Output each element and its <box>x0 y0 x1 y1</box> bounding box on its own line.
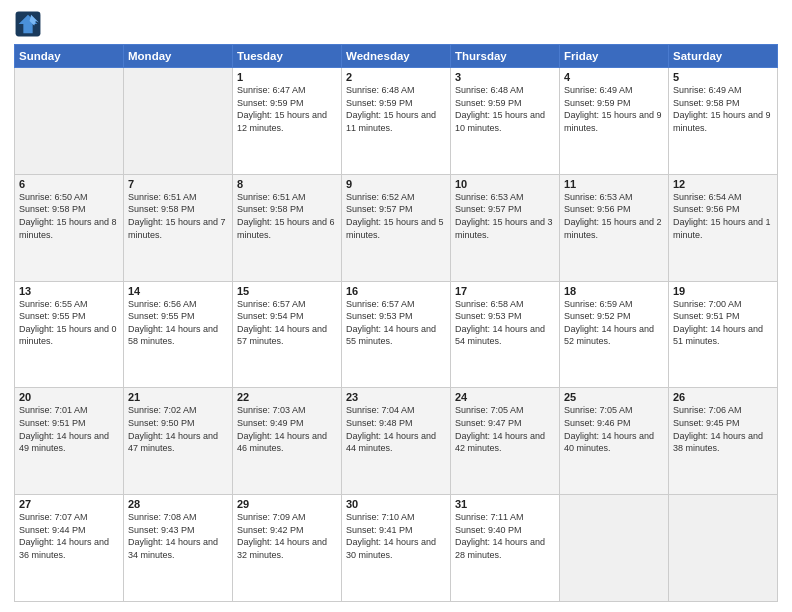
calendar-cell: 20Sunrise: 7:01 AM Sunset: 9:51 PM Dayli… <box>15 388 124 495</box>
calendar-cell: 29Sunrise: 7:09 AM Sunset: 9:42 PM Dayli… <box>233 495 342 602</box>
day-info: Sunrise: 6:53 AM Sunset: 9:56 PM Dayligh… <box>564 191 664 241</box>
calendar-header-row: SundayMondayTuesdayWednesdayThursdayFrid… <box>15 45 778 68</box>
day-number: 3 <box>455 71 555 83</box>
calendar-header-sunday: Sunday <box>15 45 124 68</box>
day-number: 15 <box>237 285 337 297</box>
day-info: Sunrise: 6:49 AM Sunset: 9:58 PM Dayligh… <box>673 84 773 134</box>
calendar-week-2: 6Sunrise: 6:50 AM Sunset: 9:58 PM Daylig… <box>15 174 778 281</box>
calendar-cell: 19Sunrise: 7:00 AM Sunset: 9:51 PM Dayli… <box>669 281 778 388</box>
calendar-cell: 18Sunrise: 6:59 AM Sunset: 9:52 PM Dayli… <box>560 281 669 388</box>
day-info: Sunrise: 6:59 AM Sunset: 9:52 PM Dayligh… <box>564 298 664 348</box>
calendar-cell: 9Sunrise: 6:52 AM Sunset: 9:57 PM Daylig… <box>342 174 451 281</box>
day-number: 27 <box>19 498 119 510</box>
day-number: 21 <box>128 391 228 403</box>
day-info: Sunrise: 6:57 AM Sunset: 9:53 PM Dayligh… <box>346 298 446 348</box>
day-info: Sunrise: 7:06 AM Sunset: 9:45 PM Dayligh… <box>673 404 773 454</box>
calendar-cell: 21Sunrise: 7:02 AM Sunset: 9:50 PM Dayli… <box>124 388 233 495</box>
logo <box>14 10 46 38</box>
logo-icon <box>14 10 42 38</box>
day-number: 8 <box>237 178 337 190</box>
day-info: Sunrise: 6:48 AM Sunset: 9:59 PM Dayligh… <box>346 84 446 134</box>
calendar-cell: 15Sunrise: 6:57 AM Sunset: 9:54 PM Dayli… <box>233 281 342 388</box>
calendar-cell <box>15 68 124 175</box>
day-info: Sunrise: 6:50 AM Sunset: 9:58 PM Dayligh… <box>19 191 119 241</box>
header <box>14 10 778 38</box>
calendar-cell: 11Sunrise: 6:53 AM Sunset: 9:56 PM Dayli… <box>560 174 669 281</box>
day-info: Sunrise: 6:58 AM Sunset: 9:53 PM Dayligh… <box>455 298 555 348</box>
day-info: Sunrise: 6:51 AM Sunset: 9:58 PM Dayligh… <box>237 191 337 241</box>
day-number: 10 <box>455 178 555 190</box>
day-number: 1 <box>237 71 337 83</box>
calendar-cell: 1Sunrise: 6:47 AM Sunset: 9:59 PM Daylig… <box>233 68 342 175</box>
calendar-cell: 7Sunrise: 6:51 AM Sunset: 9:58 PM Daylig… <box>124 174 233 281</box>
day-info: Sunrise: 7:10 AM Sunset: 9:41 PM Dayligh… <box>346 511 446 561</box>
calendar-cell: 4Sunrise: 6:49 AM Sunset: 9:59 PM Daylig… <box>560 68 669 175</box>
day-number: 30 <box>346 498 446 510</box>
calendar-cell: 26Sunrise: 7:06 AM Sunset: 9:45 PM Dayli… <box>669 388 778 495</box>
calendar-week-1: 1Sunrise: 6:47 AM Sunset: 9:59 PM Daylig… <box>15 68 778 175</box>
calendar-cell: 6Sunrise: 6:50 AM Sunset: 9:58 PM Daylig… <box>15 174 124 281</box>
day-info: Sunrise: 7:08 AM Sunset: 9:43 PM Dayligh… <box>128 511 228 561</box>
day-info: Sunrise: 7:02 AM Sunset: 9:50 PM Dayligh… <box>128 404 228 454</box>
day-info: Sunrise: 7:05 AM Sunset: 9:47 PM Dayligh… <box>455 404 555 454</box>
calendar-cell: 3Sunrise: 6:48 AM Sunset: 9:59 PM Daylig… <box>451 68 560 175</box>
calendar-cell: 23Sunrise: 7:04 AM Sunset: 9:48 PM Dayli… <box>342 388 451 495</box>
calendar-cell <box>560 495 669 602</box>
day-info: Sunrise: 7:00 AM Sunset: 9:51 PM Dayligh… <box>673 298 773 348</box>
calendar-header-wednesday: Wednesday <box>342 45 451 68</box>
day-info: Sunrise: 6:48 AM Sunset: 9:59 PM Dayligh… <box>455 84 555 134</box>
day-number: 23 <box>346 391 446 403</box>
calendar-cell: 22Sunrise: 7:03 AM Sunset: 9:49 PM Dayli… <box>233 388 342 495</box>
calendar-week-4: 20Sunrise: 7:01 AM Sunset: 9:51 PM Dayli… <box>15 388 778 495</box>
calendar-header-monday: Monday <box>124 45 233 68</box>
day-info: Sunrise: 6:52 AM Sunset: 9:57 PM Dayligh… <box>346 191 446 241</box>
calendar-week-3: 13Sunrise: 6:55 AM Sunset: 9:55 PM Dayli… <box>15 281 778 388</box>
calendar-cell: 13Sunrise: 6:55 AM Sunset: 9:55 PM Dayli… <box>15 281 124 388</box>
day-number: 26 <box>673 391 773 403</box>
day-number: 28 <box>128 498 228 510</box>
page: SundayMondayTuesdayWednesdayThursdayFrid… <box>0 0 792 612</box>
calendar-cell <box>669 495 778 602</box>
calendar-cell: 14Sunrise: 6:56 AM Sunset: 9:55 PM Dayli… <box>124 281 233 388</box>
calendar-cell <box>124 68 233 175</box>
day-info: Sunrise: 6:51 AM Sunset: 9:58 PM Dayligh… <box>128 191 228 241</box>
calendar-cell: 24Sunrise: 7:05 AM Sunset: 9:47 PM Dayli… <box>451 388 560 495</box>
day-number: 11 <box>564 178 664 190</box>
day-info: Sunrise: 7:01 AM Sunset: 9:51 PM Dayligh… <box>19 404 119 454</box>
day-info: Sunrise: 6:57 AM Sunset: 9:54 PM Dayligh… <box>237 298 337 348</box>
day-info: Sunrise: 7:11 AM Sunset: 9:40 PM Dayligh… <box>455 511 555 561</box>
calendar-cell: 2Sunrise: 6:48 AM Sunset: 9:59 PM Daylig… <box>342 68 451 175</box>
day-number: 16 <box>346 285 446 297</box>
calendar-header-thursday: Thursday <box>451 45 560 68</box>
day-info: Sunrise: 6:53 AM Sunset: 9:57 PM Dayligh… <box>455 191 555 241</box>
day-info: Sunrise: 7:03 AM Sunset: 9:49 PM Dayligh… <box>237 404 337 454</box>
day-number: 17 <box>455 285 555 297</box>
calendar-cell: 30Sunrise: 7:10 AM Sunset: 9:41 PM Dayli… <box>342 495 451 602</box>
calendar-cell: 27Sunrise: 7:07 AM Sunset: 9:44 PM Dayli… <box>15 495 124 602</box>
day-number: 19 <box>673 285 773 297</box>
calendar-cell: 16Sunrise: 6:57 AM Sunset: 9:53 PM Dayli… <box>342 281 451 388</box>
calendar-cell: 12Sunrise: 6:54 AM Sunset: 9:56 PM Dayli… <box>669 174 778 281</box>
day-info: Sunrise: 6:47 AM Sunset: 9:59 PM Dayligh… <box>237 84 337 134</box>
day-number: 31 <box>455 498 555 510</box>
calendar-cell: 31Sunrise: 7:11 AM Sunset: 9:40 PM Dayli… <box>451 495 560 602</box>
day-number: 18 <box>564 285 664 297</box>
day-info: Sunrise: 6:56 AM Sunset: 9:55 PM Dayligh… <box>128 298 228 348</box>
day-number: 22 <box>237 391 337 403</box>
calendar-header-friday: Friday <box>560 45 669 68</box>
calendar-cell: 5Sunrise: 6:49 AM Sunset: 9:58 PM Daylig… <box>669 68 778 175</box>
day-number: 29 <box>237 498 337 510</box>
calendar-cell: 25Sunrise: 7:05 AM Sunset: 9:46 PM Dayli… <box>560 388 669 495</box>
calendar-cell: 8Sunrise: 6:51 AM Sunset: 9:58 PM Daylig… <box>233 174 342 281</box>
calendar-table: SundayMondayTuesdayWednesdayThursdayFrid… <box>14 44 778 602</box>
day-number: 14 <box>128 285 228 297</box>
day-number: 5 <box>673 71 773 83</box>
day-number: 4 <box>564 71 664 83</box>
day-info: Sunrise: 7:04 AM Sunset: 9:48 PM Dayligh… <box>346 404 446 454</box>
day-number: 13 <box>19 285 119 297</box>
day-number: 12 <box>673 178 773 190</box>
day-info: Sunrise: 6:55 AM Sunset: 9:55 PM Dayligh… <box>19 298 119 348</box>
day-info: Sunrise: 7:09 AM Sunset: 9:42 PM Dayligh… <box>237 511 337 561</box>
day-number: 24 <box>455 391 555 403</box>
day-info: Sunrise: 6:54 AM Sunset: 9:56 PM Dayligh… <box>673 191 773 241</box>
